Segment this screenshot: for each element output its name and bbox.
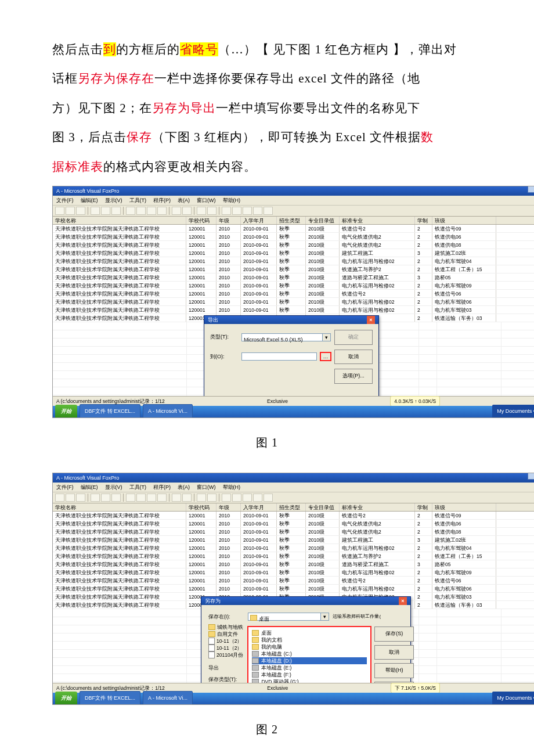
location-item[interactable]: 本地磁盘 (F:) <box>252 671 367 678</box>
sidebar-item[interactable]: 10-11（2） <box>208 638 243 645</box>
location-item[interactable]: 本地磁盘 (D:) <box>252 657 367 664</box>
table-row[interactable]: 天津铁道职业技术学院附属天津铁路工程学校12000120102010-09-01… <box>53 560 534 568</box>
folder-icon <box>252 679 259 683</box>
network-badge: 4.0.3K/S ↑ 0.03K/S <box>390 396 440 406</box>
close-icon[interactable]: × <box>367 316 375 324</box>
taskbar-item[interactable]: A - Microsoft Vi... <box>143 691 193 705</box>
taskbar: 开始 DBF文件 转 EXCEL... A - Microsoft Vi... … <box>53 693 534 704</box>
cancel-button[interactable]: 取消 <box>374 645 414 660</box>
table-row[interactable]: 天津铁道职业技术学院附属天津铁路工程学校12000120102010-09-01… <box>53 568 534 577</box>
paragraph-4: 图 3，后点击保存（下图 3 红框内），即可转换为 Excel 文件根据数 <box>52 123 482 152</box>
desktop-icon <box>250 615 257 621</box>
table-row[interactable]: 天津铁道职业技术学院附属天津铁路工程学校12000120102010-09-01… <box>53 544 534 552</box>
folder-icon <box>252 637 259 643</box>
savein-combo[interactable]: 桌面 ▾ <box>248 613 329 621</box>
chevron-down-icon[interactable]: ▾ <box>323 333 331 341</box>
table-row[interactable]: 天津铁道职业技术学院附属天津铁路工程学校12000120102010-09-01… <box>53 290 534 298</box>
table-row[interactable]: 天津铁道职业技术学院附属天津铁路工程学校12000120102010-09-01… <box>53 241 534 249</box>
system-tray: My Documents • 13:53 <box>492 692 534 705</box>
location-item[interactable]: 我的文档 <box>252 636 367 643</box>
start-button[interactable]: 开始 <box>55 692 77 705</box>
screenshot-figure-2: A - Microsoft Visual FoxPro 文件(F)编辑(E)显示… <box>52 473 534 705</box>
figure-caption-2: 图 2 <box>52 715 482 743</box>
paragraph-2: 话框另存为保存在一栏中选择你要保存导出 excel 文件的路径（地 <box>52 64 482 93</box>
drive-icon <box>252 665 259 671</box>
drive-icon <box>252 672 259 678</box>
sidebar-item[interactable]: 10-11（2） <box>208 645 243 651</box>
close-icon[interactable]: × <box>399 597 407 605</box>
saveas-dialog-title: 另存为 <box>205 597 221 605</box>
save-button[interactable]: 保存(S) <box>374 627 414 642</box>
table-row[interactable]: 天津铁道职业技术学院附属天津铁路工程学校12000120102010-09-01… <box>53 233 534 241</box>
taskbar: 开始 DBF文件 转 EXCEL... A - Microsoft Vi... … <box>53 406 534 417</box>
help-button[interactable]: 帮助(H) <box>374 663 414 678</box>
to-input[interactable] <box>241 352 317 361</box>
folder-icon <box>252 630 259 636</box>
menu-bar[interactable]: 文件(F)编辑(E)显示(V)工具(T)程序(P)表(A)窗口(W)帮助(H) <box>53 483 534 492</box>
codepage-button[interactable]: 代码页(C)... <box>374 682 414 683</box>
table-row[interactable]: 天津铁道职业技术学院附属天津铁路工程学校12000120102010-09-01… <box>53 249 534 257</box>
table-row[interactable]: 天津铁道职业技术学院附属天津铁路工程学校12000120102010-09-01… <box>53 536 534 544</box>
saveas-sidebar: 保存在(I): 城铁与地铁 自用文件 10-11（2） 10-11（2） 201… <box>207 611 244 683</box>
data-grid[interactable]: 学校名称学校代码年级入学年月招生类型专业目录值标准专业学制班级 天津铁道职业技术… <box>53 217 534 396</box>
table-row[interactable]: 天津铁道职业技术学院附属天津铁路工程学校12000120102010-09-01… <box>53 552 534 560</box>
app-title: A - Microsoft Visual FoxPro <box>56 186 119 196</box>
cancel-button[interactable]: 取消 <box>334 350 373 365</box>
paragraph-1: 然后点击到的方框后的省略号（…）【 见下图 1 红色方框内 】，弹出对 <box>52 35 482 64</box>
table-row[interactable]: 天津铁道职业技术学院附属天津铁路工程学校12000120102010-09-01… <box>53 273 534 282</box>
toolbar[interactable] <box>53 206 534 217</box>
table-row[interactable]: 天津铁道职业技术学院附属天津铁路工程学校12000120102010-09-01… <box>53 577 534 585</box>
table-row[interactable]: 天津铁道职业技术学院附属天津铁路工程学校12000120102010-09-01… <box>53 306 534 314</box>
table-row[interactable]: 天津铁道职业技术学院附属天津铁路工程学校12000120102010-09-01… <box>53 282 534 290</box>
export-dialog-title: 导出 <box>208 316 218 324</box>
drive-icon <box>252 658 259 664</box>
screenshot-figure-1: A - Microsoft Visual FoxPro 文件(F)编辑(E)显示… <box>52 186 534 418</box>
location-item[interactable]: 桌面 <box>252 629 367 636</box>
window-controls[interactable] <box>527 473 534 483</box>
sidebar-item[interactable]: 201104月份 <box>208 651 243 658</box>
saveas-dialog: 另存为 × 保存在(I): 城铁与地铁 自用文件 10-11（2） 10-11（… <box>201 596 411 683</box>
drive-icon <box>252 651 259 657</box>
type-label: 类型(T): <box>210 331 238 344</box>
menu-bar[interactable]: 文件(F)编辑(E)显示(V)工具(T)程序(P)表(A)窗口(W)帮助(H) <box>53 196 534 206</box>
paragraph-3: 方）见下图 2；在另存为导出一栏中填写你要导出文件的名称见下 <box>52 93 482 123</box>
options-button[interactable]: 选项(P)... <box>334 369 373 384</box>
table-row[interactable]: 天津铁道职业技术学院附属天津铁路工程学校12000120102010-09-01… <box>53 225 534 233</box>
ok-button[interactable]: 确定 <box>334 330 373 345</box>
location-item[interactable]: 本地磁盘 (E:) <box>252 664 367 671</box>
taskbar-item[interactable]: DBF文件 转 EXCEL... <box>80 404 140 418</box>
table-row[interactable]: 天津铁道职业技术学院附属天津铁路工程学校12000120102010-09-01… <box>53 257 534 265</box>
table-row[interactable]: 天津铁道职业技术学院附属天津铁路工程学校12000120102010-09-01… <box>53 585 534 593</box>
data-grid[interactable]: 学校名称学校代码年级入学年月招生类型专业目录值标准专业学制班级 天津铁道职业技术… <box>53 503 534 683</box>
app-titlebar: A - Microsoft Visual FoxPro <box>53 473 534 483</box>
toolbar[interactable] <box>53 492 534 503</box>
table-row[interactable]: 天津铁道职业技术学院附属天津铁路工程学校12000120102010-09-01… <box>53 512 534 520</box>
to-label: 到(O): <box>210 351 238 363</box>
sidebar-item[interactable]: 城铁与地铁 <box>208 624 243 631</box>
location-item[interactable]: 本地磁盘 (C:) <box>252 650 367 657</box>
location-item[interactable]: 我的电脑 <box>252 643 367 650</box>
folder-icon <box>252 644 259 650</box>
type-combo[interactable]: Microsoft Excel 5.0 (XLS) ▾ <box>241 333 331 341</box>
table-row[interactable]: 天津铁道职业技术学院附属天津铁路工程学校12000120102010-09-01… <box>53 528 534 536</box>
paragraph-5: 据标准表的格式内容更改相关内容。 <box>52 152 482 181</box>
grid-header: 学校名称学校代码年级入学年月招生类型专业目录值标准专业学制班级 <box>53 503 534 512</box>
saveas-location-list[interactable]: 桌面我的文档我的电脑本地磁盘 (C:)本地磁盘 (D:)本地磁盘 (E:)本地磁… <box>248 627 371 683</box>
app-title: A - Microsoft Visual FoxPro <box>56 473 119 483</box>
export-dialog: 导出 × 类型(T): Microsoft Excel 5.0 (XLS) ▾ … <box>204 315 379 396</box>
taskbar-item[interactable]: DBF文件 转 EXCEL... <box>80 691 140 705</box>
start-button[interactable]: 开始 <box>55 405 77 418</box>
system-tray: My Documents • 13:48 <box>492 405 534 418</box>
taskbar-item[interactable]: A - Microsoft Vi... <box>143 404 193 418</box>
sidebar-item[interactable]: 自用文件 <box>208 631 243 638</box>
chevron-down-icon[interactable]: ▾ <box>321 613 329 621</box>
table-row[interactable]: 天津铁道职业技术学院附属天津铁路工程学校12000120102010-09-01… <box>53 298 534 306</box>
table-row[interactable]: 天津铁道职业技术学院附属天津铁路工程学校12000120102010-09-01… <box>53 520 534 528</box>
location-item[interactable]: DVD 驱动器 (G:) <box>252 678 367 683</box>
figure-caption-1: 图 1 <box>52 429 482 456</box>
grid-header: 学校名称学校代码年级入学年月招生类型专业目录值标准专业学制班级 <box>53 217 534 225</box>
app-titlebar: A - Microsoft Visual FoxPro <box>53 186 534 196</box>
window-controls[interactable] <box>527 186 534 196</box>
table-row[interactable]: 天津铁道职业技术学院附属天津铁路工程学校12000120102010-09-01… <box>53 265 534 273</box>
to-browse-button[interactable]: … <box>320 352 331 361</box>
